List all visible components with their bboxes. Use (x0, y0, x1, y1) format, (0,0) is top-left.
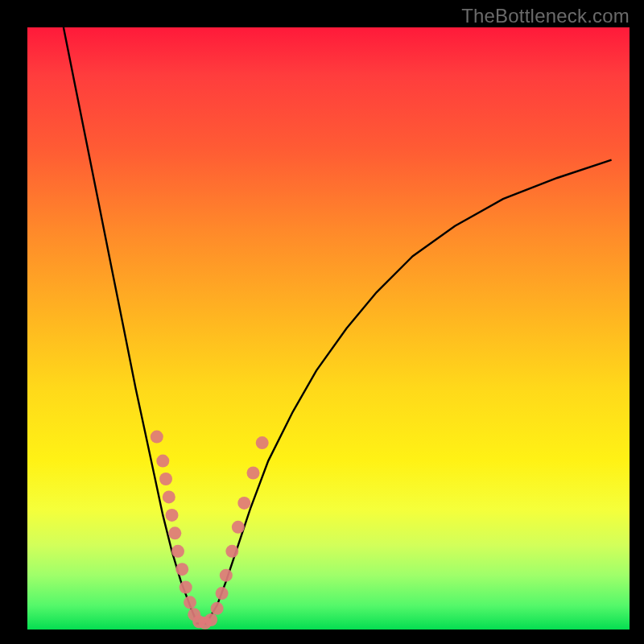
scatter-dot (151, 431, 163, 444)
chart-svg (27, 27, 630, 630)
scatter-dot (168, 526, 181, 539)
scatter-dot (156, 455, 169, 468)
scatter-markers (151, 431, 269, 630)
scatter-dot (256, 436, 269, 449)
scatter-dot (211, 602, 224, 615)
scatter-dot (247, 467, 260, 480)
scatter-dot (184, 596, 196, 609)
watermark-text: TheBottleneck.com (461, 5, 630, 27)
scatter-dot (220, 569, 233, 582)
scatter-dot (175, 563, 188, 576)
scatter-dot (163, 490, 175, 503)
scatter-dot (225, 545, 238, 558)
scatter-dot (180, 581, 192, 594)
scatter-dot (159, 473, 172, 485)
plot-area (27, 27, 630, 630)
curve-right-branch (208, 160, 611, 621)
chart-frame: TheBottleneck.com (0, 0, 644, 644)
scatter-dot (171, 545, 184, 558)
scatter-dot (232, 521, 245, 534)
scatter-dot (166, 509, 179, 522)
scatter-dot (204, 613, 217, 626)
scatter-dot (237, 497, 250, 510)
scatter-dot (216, 587, 229, 600)
